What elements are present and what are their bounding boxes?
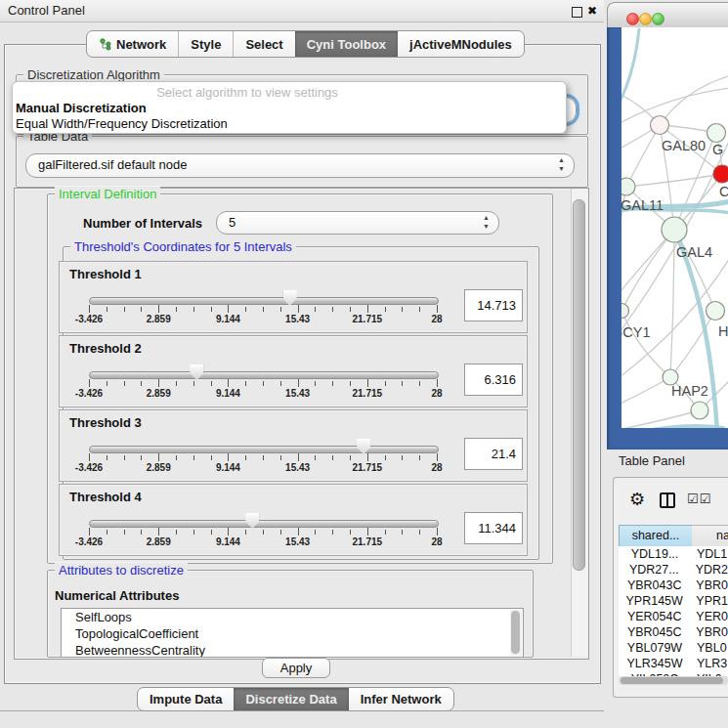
float-window-icon[interactable] <box>572 7 582 18</box>
control-panel-tabbar: NetworkStyleSelectCyni ToolboxjActiveMNo… <box>86 30 525 58</box>
slider-tick <box>107 381 107 386</box>
cell-name: YBR0 <box>690 578 728 593</box>
tab-network[interactable]: Network <box>87 31 179 57</box>
threshold-label: Threshold 3 <box>69 415 142 430</box>
tab-impute-data[interactable]: Impute Data <box>138 688 234 710</box>
slider-tick <box>280 455 281 460</box>
threshold-slider-track[interactable] <box>89 297 439 305</box>
slider-tick <box>298 305 299 313</box>
slider-tick <box>350 307 351 312</box>
table-hscrollbar-thumb[interactable] <box>621 677 723 684</box>
slider-tick <box>280 307 281 312</box>
slider-tick <box>385 307 386 312</box>
slider-tick <box>124 307 125 312</box>
network-edge-highlighted[interactable] <box>607 426 723 442</box>
settings-scrollbar-thumb[interactable] <box>573 199 585 571</box>
table-row[interactable]: YLR345WYLR3 <box>619 656 728 671</box>
network-canvas[interactable]: GAL80GCGAL11GAL4GCY1HHAP2 <box>607 27 728 450</box>
column-header-shared[interactable]: shared... <box>619 525 693 547</box>
tab-style[interactable]: Style <box>179 31 234 57</box>
slider-tick <box>419 307 420 312</box>
mac-close-icon[interactable] <box>626 13 639 25</box>
number-of-intervals-value: 5 <box>229 212 236 234</box>
network-node[interactable] <box>691 402 708 419</box>
network-node-g[interactable] <box>707 124 726 143</box>
table-row[interactable]: YDL19...YDL1 <box>619 546 728 562</box>
close-icon[interactable]: ✖ <box>587 0 597 21</box>
network-node-gal4[interactable] <box>662 217 687 242</box>
slider-tick <box>315 381 316 386</box>
slider-tick <box>402 530 403 535</box>
network-node-h[interactable] <box>707 302 725 321</box>
table-row[interactable]: YBL079WYBL0 <box>619 640 728 656</box>
slider-tick <box>176 307 177 312</box>
slider-tick <box>228 379 229 387</box>
table-row[interactable]: YDR27...YDR2 <box>619 562 728 578</box>
tab-label: jActiveMNodules <box>409 37 512 52</box>
slider-tick-label: 9.144 <box>196 314 259 324</box>
mac-zoom-icon[interactable] <box>652 13 664 25</box>
slider-tick-label: 15.43 <box>267 462 329 473</box>
slider-tick <box>211 455 212 460</box>
slider-tick <box>332 455 333 460</box>
slider-tick <box>211 530 212 535</box>
popup-item-manual-discretization[interactable]: Manual Discretization <box>16 101 147 115</box>
tab-select[interactable]: Select <box>234 31 294 57</box>
slider-tick <box>176 530 177 535</box>
slider-tick <box>263 455 264 460</box>
table-row[interactable]: YER054CYER0 <box>619 609 728 624</box>
slider-tick <box>367 305 368 313</box>
select-columns-icons[interactable]: ☑☑ <box>687 492 711 506</box>
attribute-list-item[interactable]: TopologicalCoefficient <box>62 625 523 642</box>
number-of-intervals-spinner[interactable]: 5 ▲▼ <box>216 211 499 235</box>
gear-icon[interactable]: ⚙ <box>629 489 645 510</box>
threshold-value-field[interactable]: 11.344 <box>464 512 523 544</box>
popup-item-equal-width-frequency[interactable]: Equal Width/Frequency Discretization <box>16 116 228 131</box>
table-row[interactable]: YBR045CYBR0 <box>619 624 728 640</box>
threshold-value-field[interactable]: 6.316 <box>464 364 523 396</box>
list-scrollbar-track[interactable] <box>510 610 522 656</box>
attribute-list-item[interactable]: BetweennessCentrality <box>62 642 523 658</box>
tab-jactivemnodules[interactable]: jActiveMNodules <box>398 31 524 57</box>
list-scrollbar-thumb[interactable] <box>511 611 520 654</box>
slider-tick <box>350 381 351 386</box>
threshold-slider-track[interactable] <box>89 371 439 379</box>
cell-name: YPR1 <box>690 593 728 609</box>
slider-tick <box>402 307 403 312</box>
threshold-value-field[interactable]: 21.4 <box>464 438 523 470</box>
split-columns-icon[interactable] <box>660 492 675 508</box>
slider-tick <box>298 528 299 535</box>
network-node-label: C <box>719 184 728 199</box>
cell-name: YDL1 <box>691 546 727 562</box>
discretization-algorithm-title: Discretization Algorithm <box>23 67 164 82</box>
slider-tick <box>385 381 386 386</box>
attribute-list-item[interactable]: SelfLoops <box>62 609 523 625</box>
table-hscrollbar-track[interactable] <box>619 676 728 685</box>
tab-discretize-data[interactable]: Discretize Data <box>234 688 348 710</box>
threshold-slider-track[interactable] <box>89 446 439 453</box>
tab-cyni-toolbox[interactable]: Cyni Toolbox <box>295 31 398 57</box>
network-node-gal80[interactable] <box>651 116 669 135</box>
threshold-panel: Threshold 2-3.4262.8599.14415.4321.71528… <box>59 335 528 407</box>
cell-shared-name: YBL079W <box>619 640 691 656</box>
threshold-value-field[interactable]: 14.713 <box>464 289 523 321</box>
network-node-gal11[interactable] <box>618 178 635 195</box>
tab-infer-network[interactable]: Infer Network <box>349 688 453 710</box>
mac-minimize-icon[interactable] <box>639 13 652 25</box>
apply-button[interactable]: Apply <box>262 658 330 678</box>
network-window-titlebar[interactable] <box>607 2 728 29</box>
network-node-c[interactable] <box>713 165 728 183</box>
slider-tick <box>124 455 125 460</box>
slider-tick <box>298 453 299 461</box>
numerical-attributes-list[interactable]: SelfLoopsTopologicalCoefficientBetweenne… <box>61 608 524 658</box>
table-row[interactable]: YPR145WYPR1 <box>619 593 728 609</box>
table-row[interactable]: YBR043CYBR0 <box>619 578 728 593</box>
slider-tick <box>245 307 246 312</box>
threshold-slider-track[interactable] <box>89 520 439 528</box>
column-header-name[interactable]: na <box>692 525 728 547</box>
network-node-gcy1[interactable] <box>615 304 629 319</box>
slider-tick <box>176 455 177 460</box>
slider-tick <box>193 530 194 535</box>
slider-tick-label: -3.426 <box>58 388 120 399</box>
table-data-combobox[interactable]: galFiltered.sif default node ▲▼ <box>25 153 575 178</box>
